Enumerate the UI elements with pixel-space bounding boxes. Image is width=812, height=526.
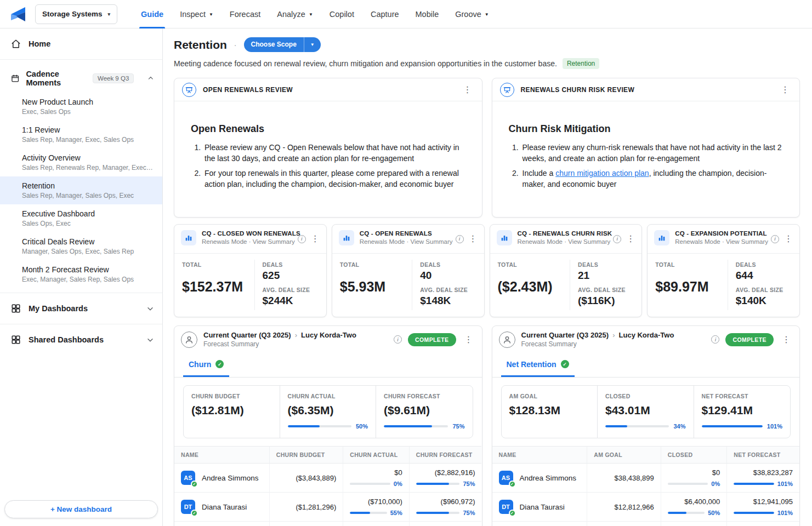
total-label: TOTAL	[498, 261, 563, 268]
kebab-menu-icon[interactable]: ⋮	[780, 335, 793, 344]
table-row[interactable]: DT✓ Diana Taurasi ($1,281,296) ($710,000…	[174, 493, 482, 522]
sidebar-item-home[interactable]: Home	[0, 28, 162, 60]
sidebar-item-1-1-review[interactable]: 1:1 Review Sales Rep, Manager, Exec, Sal…	[0, 121, 162, 148]
sidebar-item-retention[interactable]: Retention Sales Rep, Manager, Sales Ops,…	[0, 176, 162, 204]
chevron-down-icon[interactable]	[146, 304, 155, 313]
total-label: TOTAL	[340, 261, 405, 268]
chevron-down-icon[interactable]: ▼	[304, 37, 321, 52]
rep-name: Andrea Simmons	[520, 474, 577, 482]
info-icon[interactable]: i	[613, 235, 621, 243]
progress-bar	[416, 512, 460, 514]
kebab-menu-icon[interactable]: ⋮	[779, 85, 792, 94]
avg-deal-size-value: $244K	[263, 295, 319, 307]
chevron-down-icon[interactable]	[146, 335, 155, 344]
table-row[interactable]: AS✓ Andrea Simmons $38,438,899 $0 0% $38…	[492, 464, 800, 493]
kpi-subtitle[interactable]: Renewals Mode · View Summary	[675, 238, 768, 245]
bar-chart-icon	[339, 230, 354, 245]
forecast-card-net-retention: Current Quarter (Q3 2025) › Lucy Korda-T…	[492, 325, 800, 526]
nav-analyze[interactable]: Analyze▼	[269, 0, 321, 28]
workspace-selector[interactable]: Storage Systems ▾	[35, 4, 117, 24]
moment-subtitle: Exec, Sales Ops	[22, 108, 154, 116]
kebab-menu-icon[interactable]: ⋮	[461, 85, 474, 94]
sidebar-section-my-dashboards[interactable]: My Dashboards	[0, 293, 162, 324]
kebab-menu-icon[interactable]: ⋮	[462, 335, 475, 344]
avatar: DT✓	[181, 500, 195, 514]
kebab-menu-icon[interactable]: ⋮	[467, 235, 480, 243]
table-row[interactable]: AS✓ Andrea Simmons ($3,843,889) $0 0% ($…	[174, 464, 482, 493]
choose-scope-button[interactable]: Choose Scope ▼	[244, 37, 321, 52]
tab-churn[interactable]: Churn ✓	[183, 353, 229, 377]
forecast-period[interactable]: Current Quarter (Q3 2025)	[203, 331, 291, 339]
sidebar-item-activity-overview[interactable]: Activity Overview Sales Rep, Renewals Re…	[0, 148, 162, 176]
total-label: TOTAL	[182, 261, 247, 268]
forecast-period[interactable]: Current Quarter (Q3 2025)	[521, 331, 609, 339]
sidebar-item-critical-deals-review[interactable]: Critical Deals Review Manager, Sales Ops…	[0, 232, 162, 260]
cell-value: $12,812,966	[614, 503, 654, 511]
nav-forecast[interactable]: Forecast	[222, 0, 269, 28]
sidebar-section-shared-dashboards[interactable]: Shared Dashboards	[0, 324, 162, 355]
new-dashboard-button[interactable]: + New dashboard	[4, 500, 158, 518]
sidebar-item-month-2-forecast-review[interactable]: Month 2 Forecast Review Exec, Manager, S…	[0, 260, 162, 288]
forecast-table: NAME AM GOAL CLOSED NET FORECAST AS✓ And…	[492, 446, 800, 526]
column-header: CHURN ACTUAL	[343, 446, 410, 464]
kpi-subtitle[interactable]: Renewals Mode · View Summary	[202, 238, 300, 245]
info-icon[interactable]: i	[711, 335, 719, 344]
table-row[interactable]: $23,270,614 $77,646,576	[492, 522, 800, 526]
forecast-owner[interactable]: Lucy Korda-Two	[301, 331, 356, 339]
renewals-churn-risk-review-card: RENEWALS CHURN RISK REVIEW ⋮ Churn Risk …	[492, 78, 800, 218]
deals-value: 40	[420, 270, 476, 282]
chevron-up-icon[interactable]	[147, 74, 155, 83]
moment-title: New Product Launch	[22, 98, 154, 106]
review-heading: Churn Risk Mitigation	[509, 123, 783, 135]
kpi-subtitle[interactable]: Renewals Mode · View Summary	[360, 238, 453, 245]
nav-groove[interactable]: Groove▼	[447, 0, 497, 28]
tab-net-retention[interactable]: Net Retention ✓	[501, 353, 575, 377]
check-icon: ✓	[191, 510, 198, 517]
moment-subtitle: Exec, Manager, Sales Rep, Sales Ops	[22, 276, 154, 283]
separator-dot: ·	[234, 41, 237, 49]
metric-churn-forecast: CHURN FORECAST ($9.61M) 75%	[376, 386, 473, 438]
review-heading: Open Renewals	[191, 123, 465, 135]
sidebar-section-cadence-moments[interactable]: Cadence Moments Week 9 Q3	[0, 60, 162, 93]
moment-subtitle: Sales Rep, Manager, Sales Ops, Exec	[22, 192, 154, 199]
kpi-subtitle[interactable]: Renewals Mode · View Summary	[518, 238, 612, 245]
avg-deal-size-value: $140K	[736, 295, 792, 307]
table-row[interactable]: ($2,505,192) ($5,765,834)	[174, 522, 482, 526]
forecast-owner[interactable]: Lucy Korda-Two	[619, 331, 674, 339]
progress-percent: 50%	[356, 423, 368, 430]
check-icon: ✓	[509, 481, 516, 488]
cell-value: $38,823,287	[734, 468, 793, 477]
deals-label: DEALS	[736, 261, 792, 268]
nav-guide[interactable]: Guide	[133, 0, 172, 28]
kebab-menu-icon[interactable]: ⋮	[624, 235, 637, 243]
metric-churn-actual: CHURN ACTUAL ($6.35M) 50%	[280, 386, 377, 438]
deals-label: DEALS	[263, 261, 319, 268]
info-icon[interactable]: i	[771, 235, 779, 243]
moment-subtitle: Sales Rep, Manager, Exec, Sales Ops	[22, 136, 154, 144]
info-icon[interactable]: i	[298, 235, 306, 243]
status-badge: COMPLETE	[408, 333, 456, 346]
top-nav: Storage Systems ▾ Guide Inspect▼ Forecas…	[0, 0, 812, 28]
sidebar-item-executive-dashboard[interactable]: Executive Dashboard Sales Ops, Exec	[0, 204, 162, 232]
cell-value: ($1,281,296)	[296, 503, 337, 511]
nav-mobile[interactable]: Mobile	[407, 0, 447, 28]
churn-mitigation-link[interactable]: churn mitigation action plan	[555, 169, 649, 178]
info-icon[interactable]: i	[456, 235, 464, 243]
page-title: Retention	[174, 38, 227, 52]
moment-title: Retention	[22, 181, 154, 190]
total-label: TOTAL	[655, 261, 720, 268]
sidebar-item-new-product-launch[interactable]: New Product Launch Exec, Sales Ops	[0, 93, 162, 121]
cell-value: ($710,000)	[350, 498, 402, 506]
cell-value: $0	[668, 468, 720, 477]
app-logo-icon[interactable]	[9, 4, 29, 24]
nav-copilot[interactable]: Copilot	[321, 0, 362, 28]
kebab-menu-icon[interactable]: ⋮	[309, 235, 322, 243]
nav-inspect[interactable]: Inspect▼	[172, 0, 222, 28]
week-badge: Week 9 Q3	[93, 73, 134, 83]
nav-capture[interactable]: Capture	[362, 0, 407, 28]
kebab-menu-icon[interactable]: ⋮	[782, 235, 795, 243]
table-row[interactable]: DT✓ Diana Taurasi $12,812,966 $6,400,000…	[492, 493, 800, 522]
progress-percent: 75%	[452, 423, 464, 430]
info-icon[interactable]: i	[394, 335, 402, 344]
avg-deal-size-label: AVG. DEAL SIZE	[263, 287, 319, 293]
